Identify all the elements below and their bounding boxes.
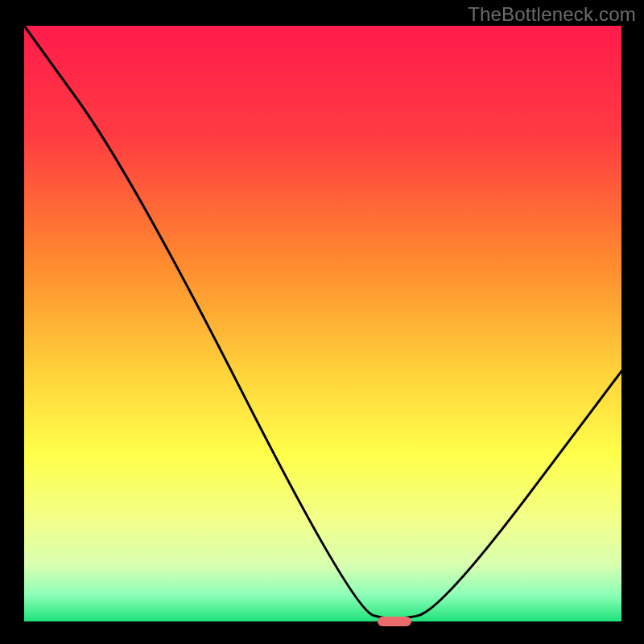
optimal-marker	[378, 617, 411, 626]
plot-background	[24, 26, 621, 621]
watermark-text: TheBottleneck.com	[468, 3, 636, 26]
chart-container: { "watermark": "TheBottleneck.com", "cha…	[0, 0, 644, 644]
bottleneck-chart	[0, 0, 644, 644]
